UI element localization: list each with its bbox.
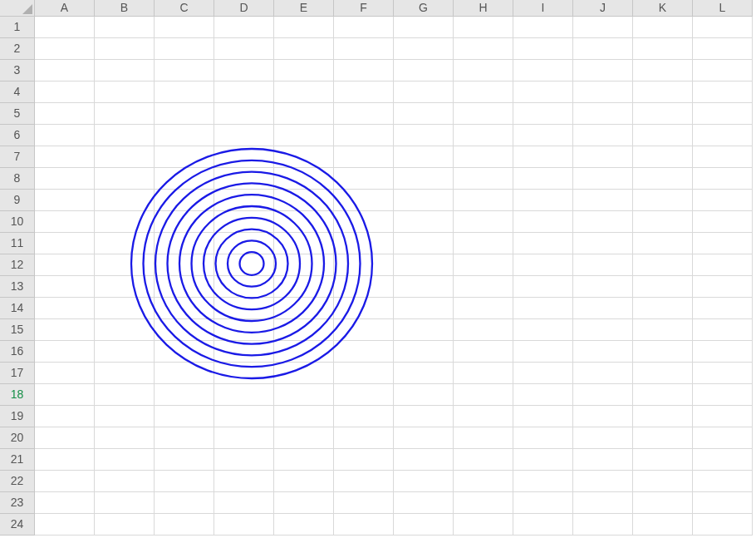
cell[interactable] [35, 211, 95, 233]
cell[interactable] [334, 471, 394, 492]
cell[interactable] [573, 168, 633, 190]
cell[interactable] [35, 38, 95, 60]
cell[interactable] [573, 146, 633, 168]
cell[interactable] [454, 341, 513, 363]
row-header[interactable]: 23 [0, 492, 35, 514]
cell[interactable] [633, 17, 693, 38]
row-header[interactable]: 19 [0, 406, 35, 427]
cell[interactable] [693, 38, 753, 60]
cell[interactable] [513, 81, 573, 103]
cell[interactable] [334, 449, 394, 471]
cell[interactable] [155, 125, 214, 146]
cell[interactable] [394, 319, 454, 341]
cell[interactable] [633, 254, 693, 276]
cell[interactable] [35, 363, 95, 384]
cell[interactable] [454, 276, 513, 298]
cell[interactable] [155, 471, 214, 492]
cell[interactable] [334, 17, 394, 38]
row-header[interactable]: 17 [0, 363, 35, 384]
cell[interactable] [513, 492, 573, 514]
cell[interactable] [334, 60, 394, 81]
cell[interactable] [573, 471, 633, 492]
row-header[interactable]: 15 [0, 319, 35, 341]
cell[interactable] [693, 276, 753, 298]
cell[interactable] [394, 384, 454, 406]
cell[interactable] [573, 125, 633, 146]
cell[interactable] [35, 190, 95, 211]
cell[interactable] [394, 449, 454, 471]
cell[interactable] [513, 211, 573, 233]
cell[interactable] [95, 492, 155, 514]
cell[interactable] [454, 427, 513, 449]
cell[interactable] [394, 168, 454, 190]
cell[interactable] [693, 168, 753, 190]
cell[interactable] [513, 233, 573, 254]
cell[interactable] [513, 38, 573, 60]
cell[interactable] [214, 471, 274, 492]
cell[interactable] [693, 103, 753, 125]
cell[interactable] [35, 81, 95, 103]
cell[interactable] [394, 190, 454, 211]
cell[interactable] [513, 427, 573, 449]
cell[interactable] [274, 427, 334, 449]
cell[interactable] [95, 514, 155, 536]
row-header[interactable]: 22 [0, 471, 35, 492]
select-all-corner[interactable] [0, 0, 35, 17]
cell[interactable] [95, 103, 155, 125]
row-header[interactable]: 12 [0, 254, 35, 276]
cell[interactable] [274, 471, 334, 492]
cell[interactable] [513, 125, 573, 146]
cell[interactable] [633, 38, 693, 60]
row-header[interactable]: 8 [0, 168, 35, 190]
cell[interactable] [693, 492, 753, 514]
cell[interactable] [454, 233, 513, 254]
cell[interactable] [274, 449, 334, 471]
cell[interactable] [454, 406, 513, 427]
column-header[interactable]: A [35, 0, 95, 17]
cell[interactable] [35, 514, 95, 536]
cell[interactable] [513, 384, 573, 406]
cell[interactable] [394, 81, 454, 103]
column-header[interactable]: H [454, 0, 513, 17]
cell[interactable] [573, 492, 633, 514]
cell[interactable] [274, 60, 334, 81]
cell[interactable] [95, 449, 155, 471]
cell[interactable] [633, 384, 693, 406]
column-header[interactable]: J [573, 0, 633, 17]
row-header[interactable]: 16 [0, 341, 35, 363]
row-header[interactable]: 24 [0, 514, 35, 536]
cell[interactable] [633, 341, 693, 363]
row-header[interactable]: 3 [0, 60, 35, 81]
cell[interactable] [513, 449, 573, 471]
cell[interactable] [573, 341, 633, 363]
cell[interactable] [573, 449, 633, 471]
cell[interactable] [693, 471, 753, 492]
cell[interactable] [513, 168, 573, 190]
cell[interactable] [513, 471, 573, 492]
cell[interactable] [35, 449, 95, 471]
cell[interactable] [394, 146, 454, 168]
cell[interactable] [334, 406, 394, 427]
cell[interactable] [454, 449, 513, 471]
cell[interactable] [573, 384, 633, 406]
column-header[interactable]: K [633, 0, 693, 17]
cell[interactable] [454, 81, 513, 103]
cell[interactable] [35, 146, 95, 168]
row-header[interactable]: 14 [0, 298, 35, 319]
row-header[interactable]: 11 [0, 233, 35, 254]
cell[interactable] [394, 363, 454, 384]
cell[interactable] [573, 298, 633, 319]
cell[interactable] [633, 319, 693, 341]
cell[interactable] [573, 38, 633, 60]
cell[interactable] [274, 81, 334, 103]
cell[interactable] [573, 406, 633, 427]
cell[interactable] [95, 384, 155, 406]
cell[interactable] [35, 427, 95, 449]
cell[interactable] [513, 190, 573, 211]
cell[interactable] [155, 38, 214, 60]
cell[interactable] [95, 81, 155, 103]
cell[interactable] [214, 406, 274, 427]
cell[interactable] [573, 81, 633, 103]
cell[interactable] [35, 384, 95, 406]
cell[interactable] [693, 211, 753, 233]
